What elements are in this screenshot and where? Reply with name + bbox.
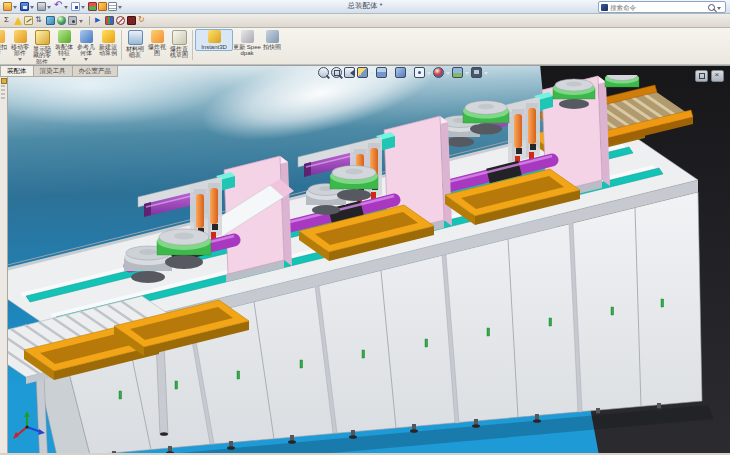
command-search[interactable] bbox=[598, 1, 726, 13]
dropdown-caret-icon[interactable] bbox=[370, 72, 374, 77]
dropdown-caret-icon[interactable] bbox=[118, 6, 122, 11]
ribbon-button-explode-lines[interactable]: 爆炸直线草图 bbox=[168, 29, 190, 60]
move-component-icon bbox=[14, 30, 27, 43]
dropdown-caret-icon[interactable] bbox=[13, 6, 17, 11]
instant3d-icon bbox=[208, 30, 221, 43]
undo-icon[interactable] bbox=[54, 2, 63, 11]
sort-icon[interactable] bbox=[35, 16, 44, 25]
ribbon-button-bom[interactable]: 材料明细表 bbox=[124, 29, 146, 60]
open-file-icon[interactable] bbox=[3, 2, 12, 11]
document-title: 总装配体 * bbox=[347, 1, 382, 11]
snapshot-icon bbox=[266, 30, 279, 43]
previous-view-icon[interactable] bbox=[344, 67, 355, 78]
restore-window-icon[interactable] bbox=[695, 70, 708, 82]
apply-scene-icon[interactable] bbox=[452, 67, 463, 78]
section-off-icon[interactable] bbox=[116, 16, 125, 25]
materials-icon[interactable] bbox=[127, 16, 136, 25]
quick-access-toolbar bbox=[3, 2, 124, 11]
close-window-icon[interactable] bbox=[711, 70, 724, 82]
command-manager: 智能扣件 移动零部件 显示隐藏的零部件 装配体特征 参考几何体 新建运动算例 bbox=[0, 28, 730, 65]
camera-icon[interactable] bbox=[68, 16, 77, 25]
work-area: 装配体 渲染工具 办公室产品 bbox=[0, 65, 730, 455]
orientation-triad bbox=[10, 411, 46, 445]
search-caret-icon[interactable] bbox=[717, 7, 721, 12]
headsup-view-toolbar bbox=[318, 67, 488, 78]
print-icon[interactable] bbox=[37, 2, 46, 11]
ribbon-button-assembly-features[interactable]: 装配体特征 bbox=[53, 29, 75, 64]
appearance-icon[interactable] bbox=[57, 16, 66, 25]
save-icon[interactable] bbox=[20, 2, 29, 11]
graphics-viewport[interactable] bbox=[0, 66, 730, 453]
options-icon[interactable] bbox=[98, 2, 107, 11]
interference-detection-icon[interactable] bbox=[14, 17, 22, 25]
dropdown-caret-icon[interactable] bbox=[47, 6, 51, 11]
dropdown-caret-icon[interactable] bbox=[79, 20, 83, 25]
dropdown-caret-icon[interactable] bbox=[389, 72, 393, 77]
play-icon[interactable] bbox=[94, 16, 103, 25]
refresh-icon[interactable] bbox=[138, 16, 147, 25]
measure-icon[interactable] bbox=[24, 16, 33, 25]
ribbon-divider bbox=[192, 30, 193, 60]
search-scope-icon[interactable] bbox=[601, 4, 608, 11]
assembly-model-canvas[interactable] bbox=[8, 75, 730, 453]
ribbon-button-exploded-view[interactable]: 爆炸视图 bbox=[146, 29, 168, 58]
dropdown-caret-icon[interactable] bbox=[81, 6, 85, 11]
file-list-icon[interactable] bbox=[108, 2, 117, 11]
dropdown-caret-icon[interactable] bbox=[427, 72, 431, 77]
commandmanager-tabs: 装配体 渲染工具 办公室产品 bbox=[0, 66, 117, 77]
dropdown-caret-icon[interactable] bbox=[465, 72, 469, 77]
dropdown-caret-icon[interactable] bbox=[62, 58, 66, 63]
featuremanager-collapsed-strip[interactable] bbox=[0, 75, 8, 453]
ribbon-button-show-hidden[interactable]: 显示隐藏的零部件 bbox=[31, 29, 53, 65]
dropdown-caret-icon[interactable] bbox=[446, 72, 450, 77]
edit-appearance-icon[interactable] bbox=[433, 67, 444, 78]
zoom-to-fit-icon[interactable] bbox=[318, 67, 329, 78]
dropdown-caret-icon[interactable] bbox=[84, 58, 88, 63]
smart-fasteners-icon bbox=[0, 30, 5, 43]
tab-office-products[interactable]: 办公室产品 bbox=[72, 66, 119, 77]
tab-render-tools[interactable]: 渲染工具 bbox=[33, 66, 73, 77]
ribbon-divider bbox=[121, 30, 122, 60]
dropdown-caret-icon[interactable] bbox=[18, 58, 22, 63]
tools-toolbar bbox=[0, 14, 730, 28]
toolbar-separator bbox=[89, 16, 90, 25]
display-style-icon[interactable] bbox=[395, 67, 406, 78]
section-view-icon[interactable] bbox=[357, 67, 368, 78]
view-settings-icon[interactable] bbox=[471, 67, 482, 78]
solidworks-window: 总装配体 * 智能扣件 移动零部件 显示隐藏的零部件 装配体特征 bbox=[0, 0, 730, 455]
tab-assembly[interactable]: 装配体 bbox=[0, 66, 34, 77]
ribbon-button-smart-fasteners[interactable]: 智能扣件 bbox=[0, 29, 9, 58]
zoom-to-area-icon[interactable] bbox=[331, 67, 342, 78]
view-orientation-icon[interactable] bbox=[376, 67, 387, 78]
hide-show-items-icon[interactable] bbox=[414, 67, 425, 78]
titlebar: 总装配体 * bbox=[0, 0, 730, 14]
ribbon-button-speedpak[interactable]: 更新 Speedpak bbox=[233, 29, 261, 58]
dropdown-caret-icon[interactable] bbox=[64, 6, 68, 11]
mate-icon[interactable] bbox=[46, 16, 55, 25]
dropdown-caret-icon[interactable] bbox=[408, 72, 412, 77]
ribbon-button-motion-study[interactable]: 新建运动算例 bbox=[97, 29, 119, 58]
search-input[interactable] bbox=[610, 3, 706, 11]
bom-icon bbox=[128, 30, 143, 45]
equations-icon[interactable] bbox=[3, 16, 12, 25]
dropdown-caret-icon[interactable] bbox=[484, 72, 488, 77]
chart-icon[interactable] bbox=[105, 16, 114, 25]
assembly-features-icon bbox=[58, 30, 71, 43]
dropdown-caret-icon[interactable] bbox=[30, 6, 34, 11]
speedpak-icon bbox=[241, 30, 254, 43]
select-icon[interactable] bbox=[71, 2, 80, 11]
exploded-view-icon bbox=[151, 30, 164, 43]
show-hidden-icon bbox=[35, 30, 50, 45]
motion-study-icon bbox=[102, 30, 115, 43]
reference-geometry-icon bbox=[80, 30, 93, 43]
rebuild-icon[interactable] bbox=[88, 2, 97, 11]
ribbon-button-instant3d[interactable]: Instant3D bbox=[195, 29, 233, 51]
ribbon-button-reference-geometry[interactable]: 参考几何体 bbox=[75, 29, 97, 64]
ribbon-button-snapshot[interactable]: 拍快照 bbox=[261, 29, 283, 51]
document-window-controls bbox=[695, 70, 724, 82]
explode-lines-icon bbox=[172, 30, 187, 45]
search-icon[interactable] bbox=[708, 4, 715, 11]
ribbon-button-move-component[interactable]: 移动零部件 bbox=[9, 29, 31, 64]
